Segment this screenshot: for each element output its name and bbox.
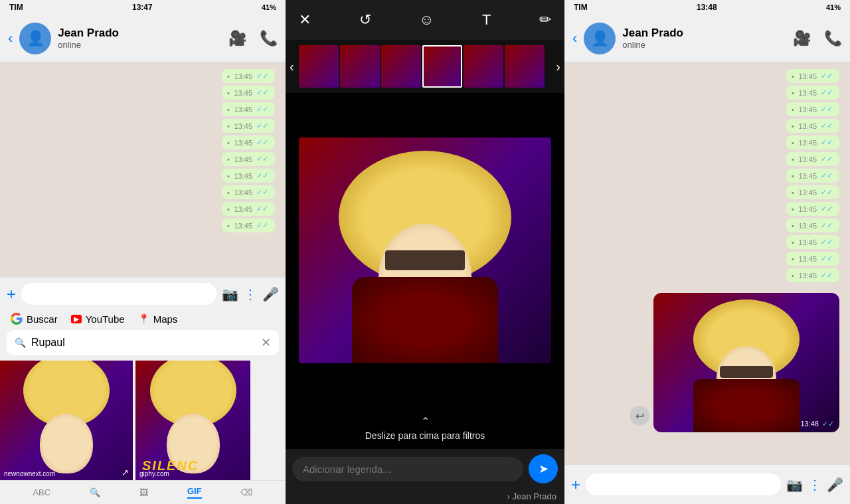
table-row: • 13:45 ✓✓ (222, 152, 275, 166)
contact-status-left: online (58, 40, 222, 50)
contact-status-right: online (622, 40, 786, 50)
table-row: • 13:45 ✓✓ (786, 69, 839, 83)
gif-item-2[interactable]: SILENC giphy.com (135, 361, 250, 480)
gif-grid: newnownext.com ↗ SILENC giphy.com (0, 358, 286, 480)
video-call-icon[interactable]: 🎥 (228, 30, 246, 47)
gif-search-bar: 🔍 ✕ (7, 330, 279, 355)
phone-call-icon[interactable]: 📞 (260, 30, 278, 47)
tab-abc[interactable]: ABC (33, 487, 50, 497)
film-frame[interactable] (381, 45, 421, 88)
gif-item-1[interactable]: newnownext.com ↗ (0, 361, 133, 480)
send-button[interactable]: ➤ (529, 454, 558, 483)
gif-preview-area (286, 93, 564, 407)
film-frame-selected[interactable] (422, 45, 462, 88)
battery-left: 41% (262, 3, 276, 11)
left-panel: TIM 13:47 41% ‹ 👤 Jean Prado online 🎥 📞 … (0, 0, 286, 504)
gif-sent-body (693, 379, 800, 432)
google-icon (11, 313, 23, 325)
input-row: + 📷 ⋮ 🎤 (0, 278, 286, 310)
avatar-right: 👤 (584, 23, 616, 54)
table-row: • 13:45 ✓✓ (222, 218, 275, 232)
rotate-icon[interactable]: ↺ (359, 11, 371, 29)
back-button[interactable]: ‹ (8, 30, 13, 47)
shortcut-youtube[interactable]: ▶ YouTube (71, 313, 125, 325)
table-row: • 13:45 ✓✓ (786, 102, 839, 116)
table-row: • 13:45 ✓✓ (786, 268, 839, 282)
film-strip-inner (286, 45, 558, 88)
drag-queen-body-main (352, 277, 498, 363)
gif-preview-art (299, 137, 551, 363)
caption-row: ➤ (286, 449, 564, 489)
phone-call-icon-right[interactable]: 📞 (824, 30, 842, 47)
time-right: 13:48 (697, 3, 717, 12)
attachment-button[interactable]: + (7, 285, 16, 303)
right-bottom-bar: + 📷 ⋮ 🎤 (564, 464, 850, 504)
video-call-icon-right[interactable]: 🎥 (793, 30, 811, 47)
gif-search-input[interactable] (31, 337, 256, 349)
close-icon[interactable]: ✕ (299, 11, 311, 29)
camera-button[interactable]: 📷 (222, 286, 238, 302)
table-row: • 13:45 ✓✓ (786, 169, 839, 183)
right-chat-header: ‹ 👤 Jean Prado online 🎥 📞 (564, 15, 850, 62)
contact-name-right: Jean Prado (622, 27, 786, 40)
shortcut-buscar[interactable]: Buscar (11, 313, 58, 325)
table-row: • 13:45 ✓✓ (786, 235, 839, 249)
clear-search-button[interactable]: ✕ (261, 335, 271, 350)
camera-button-right[interactable]: 📷 (786, 477, 803, 493)
maps-label: Maps (153, 313, 178, 325)
swipe-hint-text: Deslize para cima para filtros (365, 430, 485, 441)
reply-icon[interactable]: ↩ (630, 406, 649, 426)
film-arrow-right[interactable]: › (556, 59, 560, 74)
search-shortcuts: Buscar ▶ YouTube 📍 Maps (0, 310, 286, 327)
gif-sent-glasses (720, 366, 773, 378)
table-row: • 13:45 ✓✓ (786, 152, 839, 166)
time-left: 13:47 (132, 3, 153, 12)
attachment-button-right[interactable]: + (571, 475, 580, 494)
film-arrow-left[interactable]: ‹ (290, 59, 294, 74)
more-button[interactable]: ⋮ (244, 286, 257, 302)
gif-ticks: ✓✓ (822, 420, 834, 428)
contact-info-right: Jean Prado online (622, 27, 786, 50)
film-strip: ‹ › (286, 40, 564, 93)
emoji-icon[interactable]: ☺ (419, 11, 434, 29)
gif-sent-container: ↩ 13:48 ✓✓ (653, 290, 839, 432)
bottom-bar-left: + 📷 ⋮ 🎤 Buscar ▶ YouTube 📍 (0, 277, 286, 504)
mic-button-right[interactable]: 🎤 (827, 477, 843, 493)
gif-source-label-1: newnownext.com (4, 470, 55, 477)
swipe-hint: ⌃ Deslize para cima para filtros (286, 407, 564, 449)
recipient-name: Jean Prado (513, 491, 557, 501)
message-input[interactable] (21, 283, 216, 305)
film-frame[interactable] (299, 45, 339, 88)
chat-messages-right: • 13:45 ✓✓ • 13:45 ✓✓ • 13:45 ✓✓ • 13:45… (564, 62, 850, 464)
mic-button[interactable]: 🎤 (262, 286, 279, 302)
table-row: • 13:45 ✓✓ (222, 119, 275, 133)
table-row: • 13:45 ✓✓ (786, 252, 839, 266)
caption-input[interactable] (292, 457, 523, 481)
back-button-right[interactable]: ‹ (572, 30, 577, 47)
tab-delete[interactable]: ⌫ (240, 487, 252, 497)
buscar-label: Buscar (27, 313, 58, 325)
film-frame[interactable] (505, 45, 545, 88)
decorative-face (40, 414, 93, 473)
text-icon[interactable]: T (482, 11, 491, 29)
gif-sent-bubble: 13:48 ✓✓ (653, 293, 839, 432)
gif-thumbnail-2: SILENC (135, 361, 250, 480)
message-input-right[interactable] (586, 473, 781, 495)
table-row: • 13:45 ✓✓ (786, 202, 839, 216)
send-icon: ➤ (539, 462, 549, 476)
tab-gif[interactable]: GIF (187, 486, 202, 499)
pencil-icon[interactable]: ✏ (539, 11, 551, 29)
film-frame[interactable] (464, 45, 503, 88)
more-button-right[interactable]: ⋮ (808, 477, 821, 493)
shortcut-maps[interactable]: 📍 Maps (138, 313, 178, 325)
table-row: • 13:45 ✓✓ (222, 185, 275, 199)
right-panel: TIM 13:48 41% ‹ 👤 Jean Prado online 🎥 📞 … (564, 0, 850, 504)
tab-search[interactable]: 🔍 (90, 487, 100, 497)
search-icon: 🔍 (15, 337, 26, 348)
tab-photos[interactable]: 🖼 (139, 487, 148, 497)
youtube-label: YouTube (86, 313, 125, 325)
gif-source-label-2: giphy.com (139, 470, 169, 477)
contact-name-left: Jean Prado (58, 27, 222, 40)
carrier-right: TIM (574, 3, 588, 12)
film-frame[interactable] (340, 45, 380, 88)
